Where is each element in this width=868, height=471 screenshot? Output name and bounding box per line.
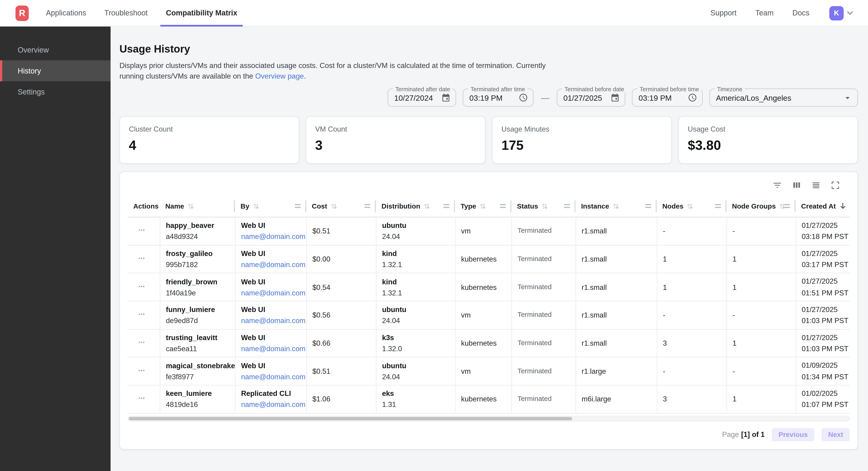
clock-icon[interactable] [519,93,528,102]
cell-name: funny_lumierede9ed87d [160,301,235,329]
nav-link-support[interactable]: Support [710,9,737,17]
column-menu-icon[interactable] [294,204,301,208]
calendar-icon[interactable] [611,93,620,102]
column-header-by[interactable]: By [235,195,306,217]
date-range-separator: — [540,93,550,102]
cell-node-groups: 1 [726,385,796,413]
row-actions-button[interactable] [133,337,150,349]
tab-compatibility-matrix[interactable]: Compatibility Matrix [160,0,243,26]
column-menu-icon[interactable] [645,204,651,208]
density-button[interactable] [810,180,822,191]
terminated-before-time-field[interactable]: Terminated before time 03:19 PM [632,88,703,107]
email-link[interactable]: name@domain.com [241,401,306,409]
terminated-after-time-field[interactable]: Terminated after time 03:19 PM [463,88,533,107]
ellipsis-icon [137,254,146,265]
sidebar: Overview History Settings [0,27,111,471]
column-header-status[interactable]: Status [512,195,576,217]
previous-page-button[interactable]: Previous [772,428,814,441]
cell-by: Web UIname@domain.com [235,245,306,273]
email-link[interactable]: name@domain.com [241,317,306,325]
row-actions-button[interactable] [133,394,150,405]
column-menu-icon[interactable] [500,204,506,208]
column-header-cost[interactable]: Cost [306,195,376,217]
sidebar-item-history[interactable]: History [0,60,111,81]
sidebar-item-overview[interactable]: Overview [0,39,111,60]
column-menu-icon[interactable] [564,204,570,208]
app-root: R Applications Troubleshoot Compatibilit… [0,0,868,471]
cell-type: vm [455,217,512,245]
calendar-icon[interactable] [441,93,451,102]
overview-page-link[interactable]: Overview page [255,72,304,80]
dropdown-arrow-icon[interactable] [843,93,852,102]
column-menu-icon[interactable] [365,204,370,208]
column-header-name[interactable]: Name [160,195,235,217]
fullscreen-icon [831,180,840,190]
tab-applications[interactable]: Applications [40,0,92,26]
cell-by: Web UIname@domain.com [235,217,306,245]
cell-value-text: $0.00 [312,255,376,263]
email-link[interactable]: name@domain.com [241,373,306,381]
email-link[interactable]: name@domain.com [241,345,306,353]
avatar[interactable]: K [829,6,844,20]
cell-secondary-text: 24.04 [382,317,455,325]
fullscreen-button[interactable] [830,180,841,191]
usage-minutes-card: Usage Minutes 175 [492,116,672,164]
card-label: Usage Cost [688,125,849,133]
user-menu[interactable]: K [829,6,854,20]
cell-actions [128,273,160,301]
row-actions-button[interactable] [133,282,150,293]
replicated-logo[interactable]: R [16,5,29,21]
nav-link-team[interactable]: Team [755,9,774,17]
column-header-nodes[interactable]: Nodes [657,195,726,217]
timezone-select[interactable]: Timezone America/Los_Angeles [709,88,858,107]
sort-icon [541,202,549,210]
cell-value-text: - [733,227,796,235]
top-nav: R Applications Troubleshoot Compatibilit… [0,0,868,27]
ellipsis-icon [137,338,146,349]
tab-troubleshoot[interactable]: Troubleshoot [99,0,153,26]
column-header-distribution[interactable]: Distribution [376,195,455,217]
clock-icon[interactable] [688,93,697,102]
column-menu-icon[interactable] [715,204,721,208]
column-header-instance[interactable]: Instance [576,195,657,217]
created-date-text: 01/09/2025 [802,361,850,370]
next-page-button[interactable]: Next [822,428,850,441]
column-header-node-groups[interactable]: Node Groups [726,195,796,217]
cell-value-text: kubernetes [461,395,512,404]
ellipsis-icon [137,394,146,405]
column-header-label: Node Groups [732,202,776,210]
column-menu-icon[interactable] [784,204,790,208]
cell-by: Web UIname@domain.com [235,301,306,329]
cell-value-text: 1 [733,255,796,263]
row-actions-button[interactable] [133,310,150,321]
column-menu-icon[interactable] [443,204,450,208]
filter-button[interactable] [772,180,783,191]
sort-icon [330,202,338,210]
terminated-after-date-field[interactable]: Terminated after date 10/27/2024 [388,88,456,107]
row-actions-button[interactable] [133,254,150,265]
row-actions-button[interactable] [133,226,150,237]
cell-by: Web UIname@domain.com [235,357,306,385]
stat-cards: Cluster Count 4 VM Count 3 Usage Minutes… [119,116,858,164]
email-link[interactable]: name@domain.com [241,260,306,269]
nav-link-docs[interactable]: Docs [793,9,809,17]
cell-value-text: - [663,227,726,235]
email-link[interactable]: name@domain.com [241,289,306,297]
columns-button[interactable] [791,180,802,191]
filters-row: Terminated after date 10/27/2024 Termina… [119,88,858,107]
status-text: Terminated [517,367,576,375]
cell-status: Terminated [512,385,576,413]
email-link[interactable]: name@domain.com [241,233,306,241]
column-header-type[interactable]: Type [455,195,512,217]
cell-primary-text: frosty_galileo [166,249,235,258]
row-actions-button[interactable] [133,366,150,377]
terminated-before-date-field[interactable]: Terminated before date 01/27/2025 [557,88,625,107]
column-header-created-at[interactable]: Created At [796,195,850,217]
cell-value-text: r1.small [582,227,657,235]
sort-icon [686,202,694,210]
horizontal-scrollbar[interactable] [128,416,849,421]
sidebar-item-settings[interactable]: Settings [0,81,111,102]
cell-value-text: 1 [663,255,726,263]
cell-primary-text: Web UI [241,222,306,230]
scrollbar-thumb[interactable] [129,417,572,420]
